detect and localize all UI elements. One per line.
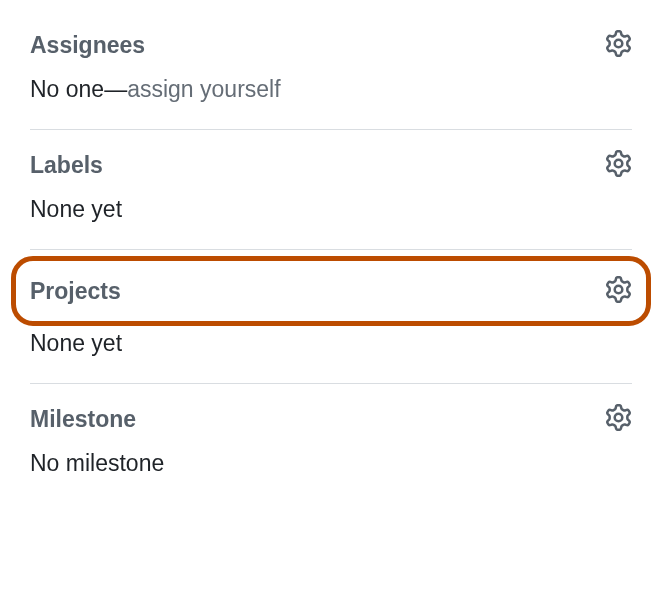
gear-icon — [605, 30, 632, 60]
labels-title: Labels — [30, 152, 103, 179]
projects-header: Projects — [30, 270, 632, 306]
projects-body: None yet — [30, 328, 632, 359]
issue-sidebar: Assignees No one—assign yourself Labels … — [0, 0, 662, 503]
assignees-header: Assignees — [30, 30, 632, 60]
milestone-body: No milestone — [30, 448, 632, 479]
milestone-header: Milestone — [30, 404, 632, 434]
assignees-section: Assignees No one—assign yourself — [30, 18, 632, 130]
projects-section: Projects None yet — [30, 250, 632, 384]
assignees-settings-button[interactable] — [605, 30, 632, 60]
assignees-body: No one—assign yourself — [30, 74, 632, 105]
projects-settings-button[interactable] — [605, 276, 632, 306]
labels-header: Labels — [30, 150, 632, 180]
labels-settings-button[interactable] — [605, 150, 632, 180]
projects-title: Projects — [30, 278, 121, 305]
assignees-none-text: No one— — [30, 76, 127, 102]
gear-icon — [605, 404, 632, 434]
gear-icon — [605, 150, 632, 180]
labels-body: None yet — [30, 194, 632, 225]
labels-section: Labels None yet — [30, 130, 632, 250]
milestone-title: Milestone — [30, 406, 136, 433]
assignees-title: Assignees — [30, 32, 145, 59]
assign-yourself-link[interactable]: assign yourself — [127, 76, 280, 102]
gear-icon — [605, 276, 632, 306]
milestone-section: Milestone No milestone — [30, 384, 632, 503]
milestone-settings-button[interactable] — [605, 404, 632, 434]
